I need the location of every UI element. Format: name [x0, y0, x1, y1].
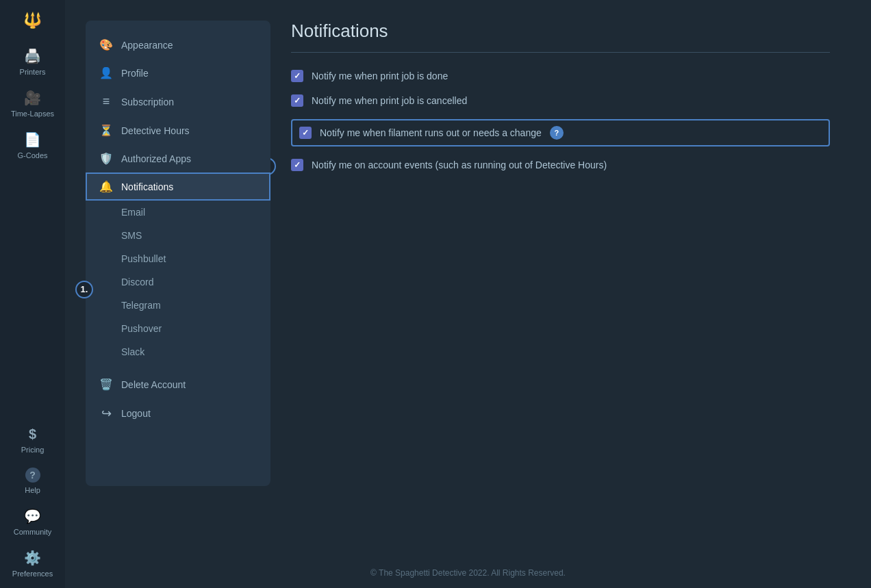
sidebar-item-printers[interactable]: 🖨️ Printers: [0, 41, 65, 83]
app-logo: 🔱: [19, 7, 47, 34]
notification-row-account-events: Notify me on account events (such as run…: [291, 159, 830, 171]
sidebar-item-label: Preferences: [12, 570, 53, 578]
help-icon: ?: [25, 468, 40, 483]
menu-item-label: Authorized Apps: [121, 153, 191, 164]
menu-item-label: Profile: [121, 68, 149, 79]
notifications-title: Notifications: [291, 21, 830, 53]
step2-badge: 2.: [270, 157, 276, 175]
sub-item-label: Email: [121, 207, 145, 218]
checkbox-print-cancelled[interactable]: [291, 94, 303, 107]
menu-item-label: Appearance: [121, 40, 173, 51]
menu-item-appearance[interactable]: 🎨 Appearance: [86, 31, 270, 59]
pricing-icon: $: [29, 426, 36, 442]
notification-row-filament-out: Notify me when filament runs out or need…: [291, 119, 830, 146]
sub-item-label: Slack: [121, 346, 144, 357]
printers-icon: 🖨️: [24, 48, 41, 64]
settings-panel: 🎨 Appearance 👤 Profile ≡ Subscription ⏳ …: [86, 21, 270, 486]
community-icon: 💬: [24, 508, 41, 524]
footer-text: © The Spaghetti Detective 2022. All Righ…: [370, 568, 566, 578]
step1-badge: 1.: [75, 281, 93, 298]
sidebar-item-g-codes[interactable]: 📄 G-Codes: [0, 125, 65, 166]
authorized-apps-icon: 🛡️: [99, 152, 113, 165]
sidebar-item-time-lapses[interactable]: 🎥 Time-Lapses: [0, 83, 65, 125]
sub-item-label: SMS: [121, 230, 142, 241]
delete-icon: 🗑️: [99, 378, 113, 391]
menu-item-notifications[interactable]: 🔔 Notifications: [86, 172, 270, 201]
sidebar-item-preferences[interactable]: ⚙️ Preferences: [0, 543, 65, 585]
menu-item-delete-account[interactable]: 🗑️ Delete Account: [86, 370, 270, 398]
notification-label: Notify me when print job is done: [312, 71, 448, 81]
notification-label: Notify me on account events (such as run…: [312, 159, 607, 170]
sidebar-item-help[interactable]: ? Help: [0, 461, 65, 501]
g-codes-icon: 📄: [24, 131, 41, 148]
menu-item-label: Detective Hours: [121, 125, 190, 136]
menu-item-label: Delete Account: [121, 379, 186, 390]
content-area: 1. 🎨 Appearance 👤 Profile ≡ Subscription…: [65, 0, 871, 558]
sub-item-telegram[interactable]: Telegram: [86, 294, 270, 317]
sidebar-item-label: Time-Lapses: [11, 110, 54, 118]
preferences-icon: ⚙️: [24, 550, 41, 566]
sidebar-bottom: $ Pricing ? Help 💬 Community ⚙️ Preferen…: [0, 420, 65, 588]
subscription-icon: ≡: [99, 94, 113, 109]
menu-item-label: Logout: [121, 408, 151, 419]
checkbox-print-done[interactable]: [291, 70, 303, 82]
sub-item-slack[interactable]: Slack: [86, 340, 270, 363]
notifications-icon: 🔔: [99, 180, 113, 193]
sub-item-label: Pushover: [121, 323, 162, 334]
checkbox-account-events[interactable]: [291, 159, 303, 171]
sidebar-item-label: Pricing: [21, 446, 45, 454]
sub-item-discord[interactable]: Discord: [86, 270, 270, 294]
menu-item-label: Notifications: [121, 181, 173, 192]
menu-item-logout[interactable]: ↪ Logout: [86, 398, 270, 429]
sub-item-sms[interactable]: SMS: [86, 224, 270, 247]
menu-item-label: Subscription: [121, 97, 174, 107]
logout-icon: ↪: [99, 406, 113, 421]
sidebar-item-label: G-Codes: [17, 151, 47, 159]
menu-item-authorized-apps[interactable]: 🛡️ Authorized Apps: [86, 144, 270, 172]
notification-label: Notify me when filament runs out or need…: [320, 127, 542, 138]
sub-item-label: Pushbullet: [121, 253, 166, 264]
sub-item-pushbullet[interactable]: Pushbullet: [86, 247, 270, 270]
sidebar-item-label: Community: [14, 528, 52, 536]
sidebar-item-pricing[interactable]: $ Pricing: [0, 420, 65, 461]
settings-menu-wrapper: 1. 🎨 Appearance 👤 Profile ≡ Subscription…: [86, 21, 270, 558]
menu-item-subscription[interactable]: ≡ Subscription: [86, 87, 270, 116]
sub-item-label: Telegram: [121, 300, 161, 311]
profile-icon: 👤: [99, 66, 113, 79]
sidebar-item-label: Printers: [20, 68, 46, 76]
time-lapses-icon: 🎥: [24, 90, 41, 106]
sidebar-item-label: Help: [25, 486, 40, 494]
sub-item-label: Discord: [121, 277, 153, 287]
sub-item-pushover[interactable]: Pushover: [86, 317, 270, 340]
footer: © The Spaghetti Detective 2022. All Righ…: [65, 558, 871, 588]
sub-item-email[interactable]: Email: [86, 201, 270, 224]
notifications-content: 2. Notifications Notify me when print jo…: [270, 21, 850, 558]
appearance-icon: 🎨: [99, 38, 113, 51]
notification-row-print-cancelled: Notify me when print job is cancelled: [291, 94, 830, 107]
notification-label: Notify me when print job is cancelled: [312, 95, 467, 106]
checkbox-filament-out[interactable]: [299, 127, 312, 139]
detective-hours-icon: ⏳: [99, 124, 113, 137]
main-content: 1. 🎨 Appearance 👤 Profile ≡ Subscription…: [65, 0, 871, 588]
notification-row-print-done: Notify me when print job is done: [291, 70, 830, 82]
menu-item-profile[interactable]: 👤 Profile: [86, 59, 270, 87]
sidebar-item-community[interactable]: 💬 Community: [0, 501, 65, 543]
menu-item-detective-hours[interactable]: ⏳ Detective Hours: [86, 116, 270, 144]
info-icon[interactable]: ?: [550, 126, 564, 140]
sidebar: 🔱 🖨️ Printers 🎥 Time-Lapses 📄 G-Codes $ …: [0, 0, 65, 588]
